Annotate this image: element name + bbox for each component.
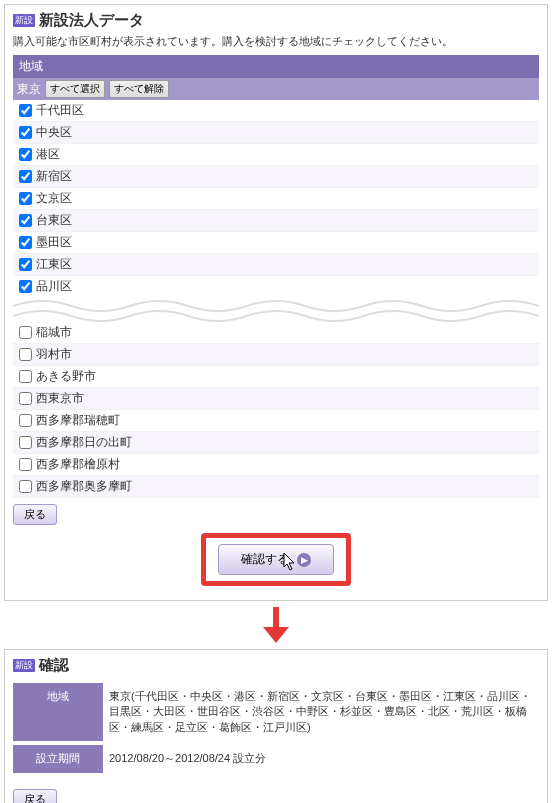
period-label-cell: 設立期間 (13, 745, 103, 772)
badge-new: 新設 (13, 14, 35, 27)
city-name: 西多摩郡檜原村 (36, 456, 120, 473)
panel2-title-row: 新設 確認 (13, 656, 539, 675)
city-checkbox[interactable] (19, 126, 32, 139)
panel-new-data: 新設 新設法人データ 購入可能な市区町村が表示されています。購入を検討する地域に… (4, 4, 548, 601)
city-item[interactable]: 港区 (13, 144, 539, 166)
city-checkbox[interactable] (19, 370, 32, 383)
city-checkbox[interactable] (19, 236, 32, 249)
city-name: 中央区 (36, 124, 72, 141)
city-item[interactable]: 稲城市 (13, 322, 539, 344)
confirm-table: 地域 東京(千代田区・中央区・港区・新宿区・文京区・台東区・墨田区・江東区・品川… (13, 679, 539, 777)
city-name: 品川区 (36, 278, 72, 295)
city-checkbox[interactable] (19, 480, 32, 493)
city-checkbox[interactable] (19, 414, 32, 427)
city-item[interactable]: 西多摩郡瑞穂町 (13, 410, 539, 432)
city-item[interactable]: 墨田区 (13, 232, 539, 254)
city-item[interactable]: 文京区 (13, 188, 539, 210)
city-item[interactable]: 西多摩郡奥多摩町 (13, 476, 539, 498)
city-list-top: 千代田区中央区港区新宿区文京区台東区墨田区江東区品川区 (13, 100, 539, 298)
flow-arrow-1 (0, 607, 552, 643)
region-value-cell: 東京(千代田区・中央区・港区・新宿区・文京区・台東区・墨田区・江東区・品川区・目… (103, 683, 539, 741)
panel1-title: 新設法人データ (39, 11, 144, 30)
city-checkbox[interactable] (19, 214, 32, 227)
city-checkbox[interactable] (19, 258, 32, 271)
city-name: 江東区 (36, 256, 72, 273)
wavy-cut (13, 296, 539, 324)
city-item[interactable]: 羽村市 (13, 344, 539, 366)
city-name: 羽村市 (36, 346, 72, 363)
city-name: あきる野市 (36, 368, 96, 385)
panel-confirm: 新設 確認 地域 東京(千代田区・中央区・港区・新宿区・文京区・台東区・墨田区・… (4, 649, 548, 803)
city-item[interactable]: あきる野市 (13, 366, 539, 388)
back-button-1[interactable]: 戻る (13, 504, 57, 525)
region-label-cell: 地域 (13, 683, 103, 741)
city-checkbox[interactable] (19, 104, 32, 117)
highlight-box-1: 確認する ▶ (201, 533, 351, 586)
period-value-cell: 2012/08/20～2012/08/24 設立分 (103, 745, 539, 772)
city-checkbox[interactable] (19, 170, 32, 183)
badge-new: 新設 (13, 659, 35, 672)
deselect-all-button[interactable]: すべて解除 (109, 80, 169, 98)
city-item[interactable]: 中央区 (13, 122, 539, 144)
panel2-title: 確認 (39, 656, 69, 675)
city-name: 稲城市 (36, 324, 72, 341)
city-checkbox[interactable] (19, 392, 32, 405)
region-section-header: 地域 (13, 55, 539, 78)
city-item[interactable]: 江東区 (13, 254, 539, 276)
city-name: 西多摩郡瑞穂町 (36, 412, 120, 429)
city-item[interactable]: 西東京市 (13, 388, 539, 410)
city-name: 西多摩郡日の出町 (36, 434, 132, 451)
confirm-button-label: 確認する (241, 551, 289, 568)
city-name: 台東区 (36, 212, 72, 229)
city-name: 千代田区 (36, 102, 84, 119)
city-checkbox[interactable] (19, 326, 32, 339)
confirm-button[interactable]: 確認する ▶ (218, 544, 334, 575)
table-row: 設立期間 2012/08/20～2012/08/24 設立分 (13, 745, 539, 772)
city-checkbox[interactable] (19, 436, 32, 449)
region-row: 東京 すべて選択 すべて解除 (13, 78, 539, 100)
city-item[interactable]: 西多摩郡日の出町 (13, 432, 539, 454)
city-item[interactable]: 千代田区 (13, 100, 539, 122)
table-row: 地域 東京(千代田区・中央区・港区・新宿区・文京区・台東区・墨田区・江東区・品川… (13, 683, 539, 741)
city-item[interactable]: 新宿区 (13, 166, 539, 188)
city-item[interactable]: 台東区 (13, 210, 539, 232)
panel1-subtitle: 購入可能な市区町村が表示されています。購入を検討する地域にチェックしてください。 (13, 34, 539, 49)
back-button-2[interactable]: 戻る (13, 789, 57, 803)
city-checkbox[interactable] (19, 192, 32, 205)
city-checkbox[interactable] (19, 280, 32, 293)
city-checkbox[interactable] (19, 458, 32, 471)
city-name: 墨田区 (36, 234, 72, 251)
city-name: 新宿区 (36, 168, 72, 185)
city-list-bottom: 稲城市羽村市あきる野市西東京市西多摩郡瑞穂町西多摩郡日の出町西多摩郡檜原村西多摩… (13, 322, 539, 498)
city-name: 文京区 (36, 190, 72, 207)
region-label: 東京 (17, 81, 41, 98)
city-item[interactable]: 西多摩郡檜原村 (13, 454, 539, 476)
city-name: 西東京市 (36, 390, 84, 407)
panel1-title-row: 新設 新設法人データ (13, 11, 539, 30)
city-name: 西多摩郡奥多摩町 (36, 478, 132, 495)
city-checkbox[interactable] (19, 348, 32, 361)
select-all-button[interactable]: すべて選択 (45, 80, 105, 98)
city-item[interactable]: 品川区 (13, 276, 539, 298)
arrow-right-icon: ▶ (297, 553, 311, 567)
city-checkbox[interactable] (19, 148, 32, 161)
city-name: 港区 (36, 146, 60, 163)
